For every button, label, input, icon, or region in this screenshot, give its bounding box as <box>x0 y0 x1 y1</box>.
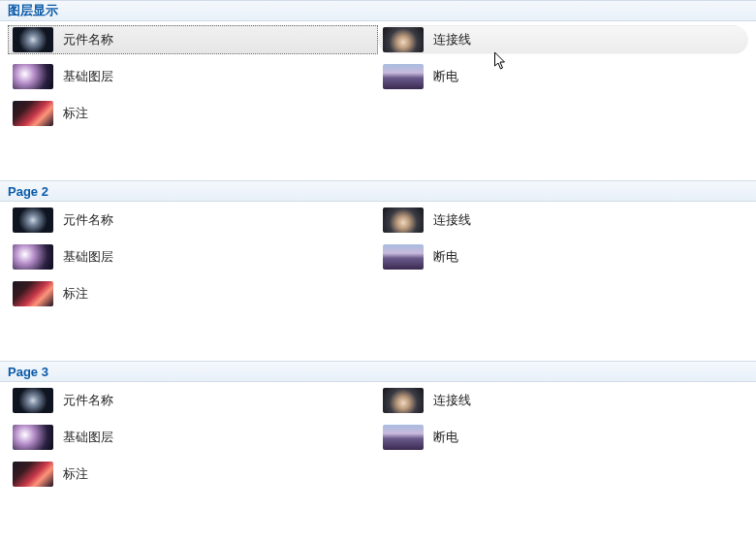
layer-label: 基础图层 <box>63 68 113 85</box>
layer-thumbnail-icon <box>383 64 424 89</box>
layer-thumbnail-icon <box>383 208 424 233</box>
layer-thumbnail-icon <box>13 27 53 52</box>
layer-label: 断电 <box>433 429 458 446</box>
layer-label: 元件名称 <box>63 392 113 409</box>
layer-item[interactable]: 基础图层 <box>8 242 378 272</box>
layer-thumbnail-icon <box>13 244 53 270</box>
layer-thumbnail-icon <box>383 244 424 270</box>
layer-thumbnail-icon <box>13 208 53 233</box>
layer-label: 标注 <box>63 285 88 303</box>
section-body: 元件名称基础图层标注连接线断电 <box>0 202 756 361</box>
layer-label: 断电 <box>433 248 458 266</box>
layer-label: 断电 <box>433 68 458 85</box>
layer-item[interactable]: 断电 <box>378 62 748 91</box>
layer-item[interactable]: 标注 <box>8 99 378 128</box>
layer-item[interactable]: 基础图层 <box>8 62 378 91</box>
layer-item[interactable]: 连接线 <box>378 386 748 415</box>
layer-item[interactable]: 连接线 <box>378 25 748 54</box>
layer-item[interactable]: 标注 <box>8 279 378 308</box>
layer-label: 元件名称 <box>63 211 113 229</box>
layer-thumbnail-icon <box>13 462 53 487</box>
layer-label: 基础图层 <box>63 248 113 266</box>
layer-label: 元件名称 <box>63 31 113 48</box>
layer-thumbnail-icon <box>13 101 53 126</box>
layer-item[interactable]: 元件名称 <box>8 206 378 235</box>
layer-label: 基础图层 <box>63 429 113 446</box>
section-body: 元件名称基础图层标注连接线断电 <box>0 382 756 541</box>
layer-label: 标注 <box>63 105 88 122</box>
layer-item[interactable]: 连接线 <box>378 206 748 235</box>
layer-label: 标注 <box>63 465 88 483</box>
layer-item[interactable]: 断电 <box>378 242 748 272</box>
layer-item[interactable]: 标注 <box>8 460 378 489</box>
layer-item[interactable]: 元件名称 <box>8 386 378 415</box>
layer-item[interactable]: 元件名称 <box>8 25 378 54</box>
section-header[interactable]: 图层显示 <box>0 0 756 21</box>
layer-thumbnail-icon <box>383 425 424 450</box>
layer-thumbnail-icon <box>13 281 53 306</box>
layer-thumbnail-icon <box>383 27 424 52</box>
section-header[interactable]: Page 3 <box>0 361 756 382</box>
layer-label: 连接线 <box>433 31 471 48</box>
layer-thumbnail-icon <box>13 388 53 413</box>
section-header[interactable]: Page 2 <box>0 180 756 202</box>
layer-label: 连接线 <box>433 392 471 409</box>
layer-thumbnail-icon <box>13 64 53 89</box>
section-body: 元件名称基础图层标注连接线断电 <box>0 21 756 180</box>
layer-item[interactable]: 基础图层 <box>8 423 378 452</box>
layer-item[interactable]: 断电 <box>378 423 748 452</box>
layer-thumbnail-icon <box>13 425 53 450</box>
layer-thumbnail-icon <box>383 388 424 413</box>
layer-label: 连接线 <box>433 211 471 229</box>
